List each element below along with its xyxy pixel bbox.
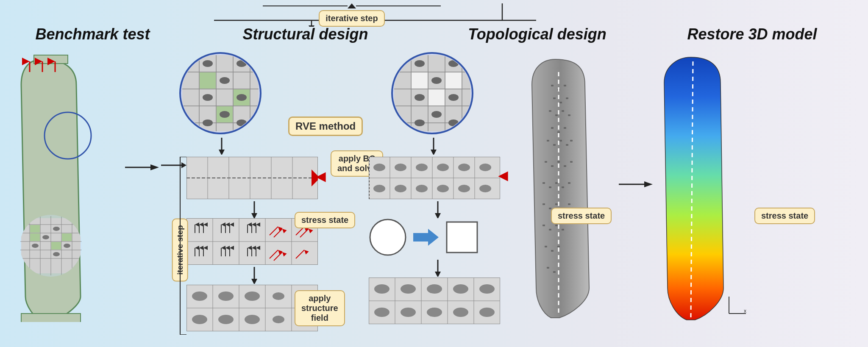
apply-structure-field-label: apply structure field <box>295 290 345 326</box>
svg-point-108 <box>273 292 284 300</box>
svg-rect-168 <box>447 222 477 253</box>
svg-rect-195 <box>562 110 564 112</box>
svg-marker-29 <box>150 164 159 170</box>
svg-marker-98 <box>251 279 257 284</box>
svg-point-159 <box>416 185 428 192</box>
svg-marker-165 <box>435 213 441 218</box>
svg-point-184 <box>427 308 442 317</box>
arrow-down-topo-2 <box>431 201 444 220</box>
svg-rect-203 <box>566 144 568 146</box>
svg-point-153 <box>416 164 428 171</box>
svg-point-25 <box>32 244 39 248</box>
restore-title: Restore 3D model <box>687 25 817 43</box>
svg-rect-224 <box>545 246 547 247</box>
svg-point-112 <box>245 315 260 324</box>
stress-state-mid-label: stress state <box>295 212 355 228</box>
bracket-structural <box>176 157 189 336</box>
svg-rect-22 <box>62 233 72 241</box>
svg-point-137 <box>415 94 425 101</box>
svg-point-105 <box>192 291 207 301</box>
svg-rect-20 <box>30 225 40 233</box>
svg-rect-200 <box>547 140 549 142</box>
rve-method-label: RVE method <box>288 117 363 136</box>
svg-point-160 <box>437 185 449 192</box>
svg-point-23 <box>53 227 60 231</box>
svg-rect-223 <box>562 229 564 230</box>
svg-marker-167 <box>413 229 439 246</box>
svg-rect-217 <box>555 203 558 205</box>
svg-rect-207 <box>557 161 560 163</box>
svg-point-166 <box>370 219 406 255</box>
svg-point-111 <box>218 315 234 324</box>
svg-rect-194 <box>555 114 558 116</box>
svg-rect-219 <box>568 203 570 205</box>
arrow-down-1 <box>215 138 228 156</box>
svg-rect-199 <box>564 127 566 129</box>
svg-point-179 <box>427 284 442 294</box>
benchmark-shape-svg <box>8 51 123 322</box>
structural-circle-diagram <box>178 51 263 136</box>
svg-point-152 <box>395 164 406 171</box>
svg-point-139 <box>431 111 442 118</box>
dashed-grid-panel: ◀ <box>186 157 318 199</box>
svg-point-186 <box>479 308 495 317</box>
svg-rect-192 <box>566 97 568 99</box>
svg-point-26 <box>64 244 70 248</box>
svg-point-113 <box>273 316 284 323</box>
svg-rect-222 <box>555 225 558 226</box>
stress-state-right-label: stress state <box>551 208 612 224</box>
svg-rect-132 <box>428 89 445 105</box>
svg-point-50 <box>203 119 213 126</box>
svg-marker-143 <box>431 150 437 155</box>
svg-point-156 <box>479 164 491 171</box>
svg-point-44 <box>203 60 213 67</box>
colored-3d-model: x <box>655 51 748 322</box>
svg-rect-56 <box>186 157 318 199</box>
svg-point-158 <box>395 185 406 192</box>
topological-circle-diagram <box>390 51 475 136</box>
svg-rect-131 <box>412 72 428 89</box>
svg-rect-197 <box>551 127 554 129</box>
svg-point-24 <box>42 235 49 239</box>
svg-point-27 <box>53 252 60 256</box>
svg-point-161 <box>458 185 470 192</box>
svg-rect-220 <box>542 225 545 226</box>
svg-rect-225 <box>551 250 554 252</box>
benchmark-title: Benchmark test <box>36 25 150 43</box>
svg-rect-19 <box>30 233 40 241</box>
svg-point-106 <box>218 291 234 301</box>
svg-point-48 <box>236 94 247 101</box>
svg-point-135 <box>431 77 442 84</box>
svg-rect-212 <box>555 182 558 184</box>
svg-point-183 <box>401 308 416 317</box>
svg-rect-21 <box>51 242 61 250</box>
svg-point-155 <box>458 164 470 171</box>
svg-marker-231 <box>644 181 653 187</box>
svg-rect-209 <box>570 161 573 163</box>
svg-point-49 <box>220 111 230 118</box>
iterative-step-top-label: iterative step <box>319 10 384 27</box>
svg-point-154 <box>437 164 449 171</box>
svg-marker-53 <box>219 150 225 155</box>
svg-point-134 <box>415 60 425 67</box>
svg-rect-190 <box>553 97 556 99</box>
gray-3d-model <box>521 51 615 322</box>
svg-point-110 <box>192 315 207 324</box>
svg-rect-198 <box>557 131 560 133</box>
svg-rect-205 <box>545 161 547 163</box>
svg-point-185 <box>453 308 468 317</box>
svg-rect-215 <box>542 203 545 205</box>
svg-rect-226 <box>557 246 560 247</box>
svg-text:x: x <box>744 308 746 314</box>
svg-rect-191 <box>559 102 562 103</box>
arrow-down-topo-3 <box>431 260 444 278</box>
arrow-down-2 <box>248 201 261 220</box>
stress-state-far-right-label: stress state <box>754 208 815 224</box>
svg-point-180 <box>453 284 468 294</box>
arrow-down-topo <box>427 138 440 156</box>
svg-rect-227 <box>547 267 549 269</box>
arrow-benchmark-to-structural <box>125 161 159 174</box>
svg-rect-208 <box>564 165 566 167</box>
topological-ovals-grid <box>369 278 500 324</box>
svg-rect-206 <box>551 165 554 167</box>
